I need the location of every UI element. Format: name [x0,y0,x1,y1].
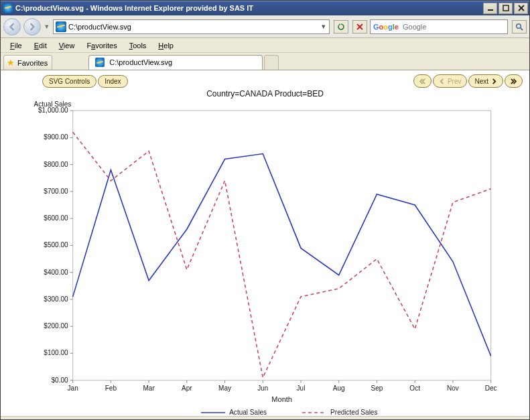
content-area: SVG Controls Index Prev Next Country=CAN… [1,70,529,416]
address-bar[interactable]: ▾ [53,19,330,34]
last-page-button[interactable] [505,74,523,88]
stop-button[interactable] [352,20,367,33]
page-icon [56,21,66,32]
svg-line-7 [521,28,523,30]
search-bar[interactable]: Google [370,19,508,34]
menu-help[interactable]: HelpHelp [153,40,179,51]
window-title: C:\productView.svg - Windows Internet Ex… [15,4,253,12]
svg-rect-8 [73,111,491,380]
address-dropdown-icon[interactable]: ▾ [318,22,329,31]
svg-text:Jul: Jul [297,384,306,392]
tabstrip: ★ Favorites C:\productView.svg [1,53,529,70]
menu-file[interactable]: FFileile [5,40,27,51]
forward-button[interactable] [23,18,41,36]
menu-tools[interactable]: ToolsTools [124,40,152,51]
svg-text:Predicted Sales: Predicted Sales [330,409,377,416]
next-button[interactable]: Next [468,74,503,88]
google-icon: Google [373,23,399,31]
svg-text:$300.00: $300.00 [44,295,68,303]
svg-text:$200.00: $200.00 [44,322,68,330]
svg-text:$900.00: $900.00 [44,133,68,141]
svg-text:Jan: Jan [68,384,78,392]
menu-edit[interactable]: EditEdit [29,40,52,51]
next-label: Next [474,78,488,85]
svg-text:Dec: Dec [485,384,497,392]
svg-text:Month: Month [271,395,292,403]
history-dropdown-icon[interactable]: ▾ [44,22,50,31]
refresh-button[interactable] [334,20,348,33]
svg-text:Feb: Feb [105,384,117,392]
svg-text:$500.00: $500.00 [44,241,68,249]
svg-text:Mar: Mar [143,384,155,392]
svg-text:$600.00: $600.00 [44,214,68,222]
titlebar[interactable]: C:\productView.svg - Windows Internet Ex… [1,1,529,15]
prev-button[interactable]: Prev [433,74,468,88]
svg-text:Sep: Sep [371,384,383,392]
svg-text:Aug: Aug [333,384,345,392]
menu-view[interactable]: ViewView [54,40,80,51]
search-input[interactable] [401,22,507,31]
tab-productview[interactable]: C:\productView.svg [88,55,263,70]
svg-text:May: May [218,384,231,392]
svg-text:Actual Sales: Actual Sales [34,100,72,108]
menu-favorites[interactable]: FavoritesFavorites [81,40,122,51]
tab-page-icon [95,58,105,67]
close-button[interactable] [514,3,528,14]
prev-label: Prev [448,78,462,85]
chart-title: Country=CANADA Product=BED [2,89,528,98]
svg-controls-button[interactable]: SVG Controls [42,75,96,88]
index-button[interactable]: Index [98,75,127,88]
chart-area: $0.00$100.00$200.00$300.00$400.00$500.00… [2,98,528,415]
tab-label: C:\productView.svg [109,58,172,66]
minimize-button[interactable] [483,3,497,14]
svg-text:$0.00: $0.00 [51,376,68,384]
svg-point-6 [517,23,521,28]
svg-text:Actual Sales: Actual Sales [229,409,267,416]
new-tab-button[interactable] [264,55,279,70]
svg-rect-1 [503,5,509,11]
statusbar [1,416,529,419]
maximize-button[interactable] [499,3,513,14]
svg-text:Oct: Oct [409,384,420,392]
navbar: ▾ ▾ Google [1,15,529,38]
ie-logo-icon [3,3,13,13]
star-icon: ★ [7,58,15,68]
svg-text:$100.00: $100.00 [44,349,68,356]
favorites-label: Favorites [17,59,48,67]
svg-text:$700.00: $700.00 [44,188,68,195]
first-page-button[interactable] [413,74,432,88]
back-button[interactable] [3,18,21,36]
ie-window: C:\productView.svg - Windows Internet Ex… [0,0,530,420]
menubar: FFileile EditEdit ViewView FavoritesFavo… [1,38,529,53]
svg-text:Jun: Jun [257,384,268,392]
svg-text:Nov: Nov [447,384,459,392]
search-button[interactable] [512,20,527,33]
svg-text:Apr: Apr [182,384,192,392]
svg-control-strip: SVG Controls Index Prev Next [2,72,528,88]
address-input[interactable] [68,23,318,31]
svg-text:$800.00: $800.00 [44,161,68,168]
favorites-button[interactable]: ★ Favorites [3,55,52,70]
svg-text:$400.00: $400.00 [44,269,68,276]
line-chart: $0.00$100.00$200.00$300.00$400.00$500.00… [2,98,528,416]
